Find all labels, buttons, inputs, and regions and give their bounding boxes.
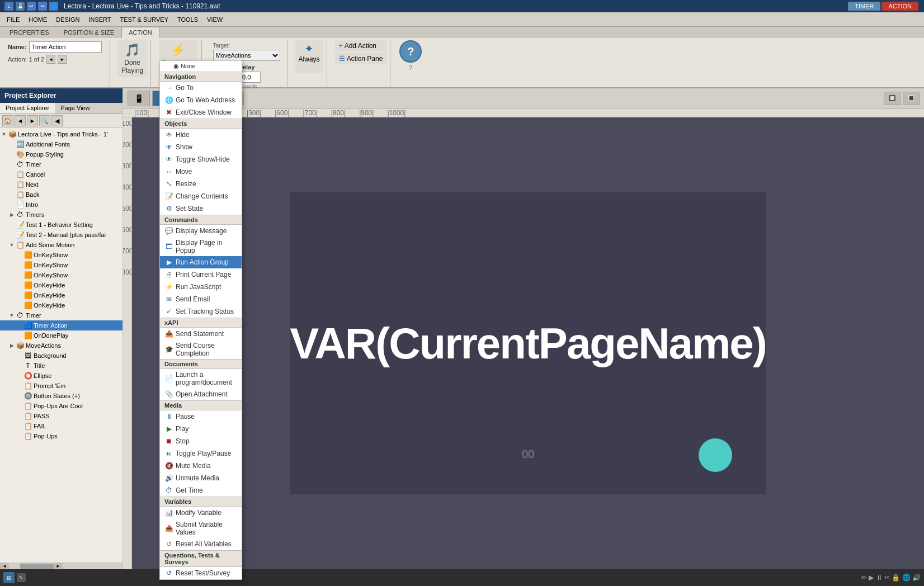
tree-item[interactable]: 🟧 OnKeyHide: [0, 300, 122, 310]
sidebar-tool-home[interactable]: 🏠: [2, 115, 13, 126]
tab-properties[interactable]: PROPERTIES: [2, 27, 56, 38]
menu-home[interactable]: HOME: [24, 15, 51, 25]
send-statement-item[interactable]: 📤 Send Statement: [160, 328, 242, 340]
dropdown-none-item[interactable]: ◉ None: [160, 61, 242, 72]
sidebar-toggle-btn[interactable]: ◀: [51, 115, 63, 126]
tree-item[interactable]: 📝 Test 2 - Manual (plus pass/fai: [0, 230, 122, 240]
tree-item[interactable]: 📋 Next: [0, 179, 122, 190]
tree-item[interactable]: 🔘 Button States (+): [0, 391, 122, 401]
tree-item[interactable]: ⭕ Ellipse: [0, 371, 122, 381]
goto-item[interactable]: → Go To: [160, 82, 242, 94]
stop-item[interactable]: ⏹ Stop: [160, 435, 242, 447]
help-button[interactable]: ?: [399, 40, 422, 63]
tree-item[interactable]: ▶ ⏱ Timers: [0, 210, 122, 220]
exit-close-item[interactable]: ✖ Exit/Close Window: [160, 106, 242, 119]
app-icon-undo[interactable]: ↩: [27, 2, 36, 11]
move-item[interactable]: ↔ Move: [160, 166, 242, 178]
run-action-group-item[interactable]: ▶ Run Action Group: [160, 256, 242, 268]
tree-item[interactable]: 🔤 Additional Fonts: [0, 139, 122, 149]
timer-tab[interactable]: TIMER: [848, 2, 880, 11]
tree-item[interactable]: ▶ 📦 MoveActions: [0, 341, 122, 351]
set-state-item[interactable]: ⚙ Set State: [160, 202, 242, 215]
scroll-left-btn[interactable]: ◄: [0, 563, 9, 570]
device-mobile-btn[interactable]: 📱: [128, 91, 150, 106]
always-button[interactable]: ✦ Always: [295, 40, 323, 73]
tree-item[interactable]: 📝 Test 1 - Behavior Setting: [0, 220, 122, 230]
unmute-media-item[interactable]: 🔊 Unmute Media: [160, 472, 242, 484]
scroll-right-btn[interactable]: ►: [54, 563, 63, 570]
run-javascript-item[interactable]: ⚡ Run JavaScript: [160, 281, 242, 293]
send-course-completion-item[interactable]: 🎓 Send Course Completion: [160, 340, 242, 359]
tree-item[interactable]: 🟧 OnDonePlay: [0, 330, 122, 341]
tree-item[interactable]: 📋 PASS: [0, 411, 122, 421]
action-pane-button[interactable]: ☰ Action Pane: [335, 53, 387, 64]
tree-item[interactable]: 📋 Cancel: [0, 169, 122, 179]
tree-item[interactable]: 📋 Pop-Ups Are Cool: [0, 401, 122, 411]
tree-item[interactable]: ▼ 📋 Add Some Motion: [0, 240, 122, 250]
done-playing-button[interactable]: 🎵 DonePlaying: [118, 40, 147, 77]
tree-item[interactable]: 📋 Pop-Ups: [0, 431, 122, 441]
action-next-btn[interactable]: ►: [58, 55, 67, 64]
change-contents-item[interactable]: 📝 Change Contents: [160, 190, 242, 202]
menu-file[interactable]: FILE: [2, 15, 24, 25]
tab-page-view[interactable]: Page View: [55, 103, 95, 114]
canvas-content[interactable]: VAR(CurrentPageName) 00: [132, 117, 924, 569]
sidebar-tool-next[interactable]: ►: [27, 115, 38, 126]
modify-variable-item[interactable]: 📊 Modify Variable: [160, 507, 242, 519]
add-action-button[interactable]: + Add Action: [335, 40, 387, 51]
launch-program-item[interactable]: 📄 Launch a program/document: [160, 369, 242, 388]
sidebar-tool-back[interactable]: ◄: [15, 115, 26, 126]
goto-web-item[interactable]: 🌐 Go To Web Address: [160, 94, 242, 106]
menu-insert[interactable]: INSERT: [84, 15, 115, 25]
action-tab[interactable]: ACTION: [881, 2, 918, 11]
tree-item[interactable]: ▼ ⏱ Timer: [0, 310, 122, 320]
sidebar-scrollbar-h[interactable]: ◄ ►: [0, 563, 122, 569]
menu-tools[interactable]: TOOLS: [173, 15, 202, 25]
tab-project-explorer[interactable]: Project Explorer: [0, 103, 55, 114]
tree-item[interactable]: 📋 Back: [0, 190, 122, 200]
taskbar-cursor-icon[interactable]: ↖: [17, 573, 26, 582]
display-page-popup-item[interactable]: 🗔 Display Page in Popup: [160, 237, 242, 256]
tree-item[interactable]: T Title: [0, 361, 122, 371]
app-icon-web[interactable]: 🌐: [49, 2, 58, 11]
menu-test-survey[interactable]: TEST & SURVEY: [116, 15, 173, 25]
action-name-input[interactable]: [29, 41, 102, 53]
send-email-item[interactable]: ✉ Send Email: [160, 293, 242, 305]
tree-item[interactable]: ⏱ Timer: [0, 159, 122, 169]
target-select[interactable]: MoveActions: [213, 50, 280, 61]
tree-item[interactable]: 🟧 OnKeyHide: [0, 280, 122, 290]
submit-variable-item[interactable]: 📤 Submit Variable Values: [160, 519, 242, 538]
tree-item[interactable]: 🟧 OnKeyShow: [0, 270, 122, 280]
get-time-item[interactable]: ⏱ Get Time: [160, 484, 242, 497]
pause-item[interactable]: ⏸ Pause: [160, 410, 242, 423]
zoom-out-btn[interactable]: 🔲: [884, 92, 901, 105]
tree-item[interactable]: 📋 FAIL: [0, 421, 122, 431]
tree-item[interactable]: 🟧 OnKeyHide: [0, 290, 122, 300]
menu-view[interactable]: VIEW: [202, 15, 227, 25]
app-icon-save[interactable]: 💾: [16, 2, 25, 11]
open-attachment-item[interactable]: 📎 Open Attachment: [160, 388, 242, 400]
toggle-play-pause-item[interactable]: ⏯ Toggle Play/Pause: [160, 447, 242, 460]
tree-item[interactable]: 🎨 Popup Styling: [0, 149, 122, 159]
tree-item[interactable]: 🟧 OnKeyShow: [0, 250, 122, 260]
resize-item[interactable]: ⤡ Resize: [160, 178, 242, 190]
tree-item[interactable]: 🟧 OnKeyShow: [0, 260, 122, 270]
tab-position-size[interactable]: POSITION & SIZE: [56, 27, 121, 38]
tree-item[interactable]: ▼ 📦 Lectora Live - Tips and Tricks - 1': [0, 129, 122, 139]
tree-item[interactable]: 🟦 Timer Action: [0, 320, 122, 330]
show-item[interactable]: 👁 Show: [160, 141, 242, 153]
mute-media-item[interactable]: 🔇 Mute Media: [160, 460, 242, 472]
action-prev-btn[interactable]: ◄: [46, 55, 55, 64]
play-item[interactable]: ▶ Play: [160, 423, 242, 435]
taskbar-start[interactable]: ⊞: [3, 572, 15, 583]
display-message-item[interactable]: 💬 Display Message: [160, 225, 242, 237]
toggle-show-hide-item[interactable]: 👁 Toggle Show/Hide: [160, 153, 242, 166]
set-tracking-item[interactable]: ✓ Set Tracking Status: [160, 305, 242, 318]
tree-item[interactable]: 📄 Intro: [0, 200, 122, 210]
menu-design[interactable]: DESIGN: [51, 15, 84, 25]
zoom-in-btn[interactable]: 🔳: [903, 92, 920, 105]
print-page-item[interactable]: 🖨 Print Current Page: [160, 268, 242, 281]
tab-action[interactable]: ACTION: [121, 27, 159, 38]
tree-item[interactable]: 🖼 Background: [0, 351, 122, 361]
reset-all-variables-item[interactable]: ↺ Reset All Variables: [160, 538, 242, 550]
